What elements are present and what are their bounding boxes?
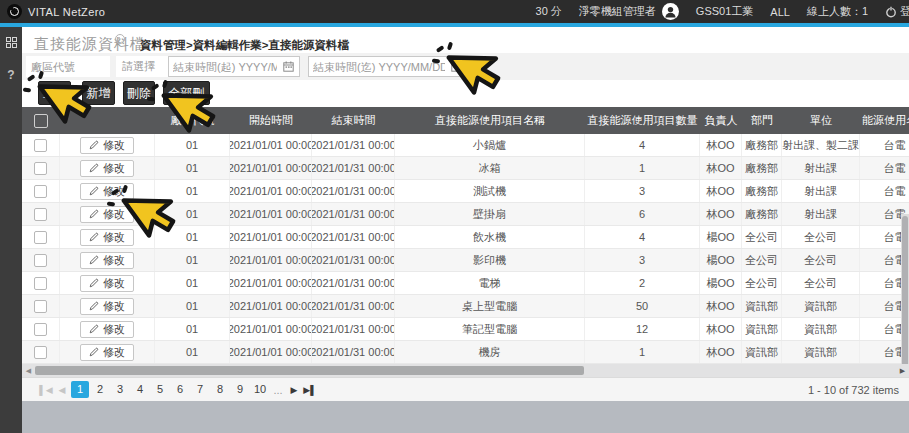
page-button-9[interactable]: 9 bbox=[231, 381, 249, 398]
row-checkbox[interactable] bbox=[34, 323, 47, 336]
select-dropdown[interactable]: 請選擇 bbox=[116, 56, 176, 77]
cell-unit: 全公司 bbox=[782, 272, 860, 294]
page-button-8[interactable]: 8 bbox=[211, 381, 229, 398]
page-button-6[interactable]: 6 bbox=[171, 381, 189, 398]
cell-owner: 楊OO bbox=[700, 249, 742, 271]
row-checkbox[interactable] bbox=[34, 231, 47, 244]
brand-name: VITAL NetZero bbox=[28, 6, 105, 18]
cell-unit: 全公司 bbox=[782, 249, 860, 271]
page-button-1[interactable]: 1 bbox=[71, 381, 89, 398]
calendar-icon[interactable] bbox=[281, 59, 296, 74]
cell-item-qty: 1 bbox=[585, 157, 700, 179]
edit-button[interactable]: 修改 bbox=[80, 252, 134, 269]
table-row: 修改012021/01/01 00:002021/01/31 00:00電梯2楊… bbox=[22, 272, 909, 295]
first-page-button[interactable]: ▌◀ bbox=[38, 385, 54, 395]
col-header-owner[interactable]: 負責人 bbox=[700, 107, 742, 134]
cell-item-qty: 3 bbox=[585, 249, 700, 271]
end-time-from-input[interactable] bbox=[169, 61, 281, 73]
cell-owner: 林OO bbox=[700, 134, 742, 156]
edit-button[interactable]: 修改 bbox=[80, 298, 134, 315]
select-all-checkbox[interactable] bbox=[34, 114, 48, 128]
calendar-icon[interactable] bbox=[449, 59, 464, 74]
row-checkbox[interactable] bbox=[34, 208, 47, 221]
col-header-unit[interactable]: 單位 bbox=[782, 107, 860, 134]
pager-ellipsis[interactable]: ... bbox=[270, 384, 286, 396]
edit-button[interactable]: 修改 bbox=[80, 321, 134, 338]
col-header-start-time[interactable]: 開始時間 bbox=[230, 107, 312, 134]
edit-button-label: 修改 bbox=[103, 184, 125, 199]
help-icon[interactable]: ? bbox=[0, 68, 22, 82]
scope-selector[interactable]: ALL bbox=[770, 6, 790, 18]
row-checkbox[interactable] bbox=[34, 162, 47, 175]
plant-code-input[interactable] bbox=[26, 56, 110, 77]
org-name[interactable]: GSS01工業 bbox=[696, 4, 753, 19]
horizontal-scrollbar-thumb[interactable] bbox=[35, 366, 584, 375]
edit-button[interactable]: 修改 bbox=[80, 160, 134, 177]
search-button[interactable]: 查詢 bbox=[38, 81, 71, 105]
cell-code: 01 bbox=[155, 203, 230, 225]
end-time-to-input[interactable] bbox=[309, 61, 449, 73]
edit-button[interactable]: 修改 bbox=[80, 183, 134, 200]
apps-menu-icon[interactable] bbox=[6, 37, 17, 48]
cell-end-time: 2021/01/31 00:00 bbox=[312, 295, 395, 317]
user-avatar-icon[interactable] bbox=[662, 3, 679, 20]
cell-code: 01 bbox=[155, 134, 230, 156]
logout-button[interactable]: 登出 bbox=[885, 4, 909, 19]
col-header-dept[interactable]: 部門 bbox=[742, 107, 782, 134]
delete-button[interactable]: 刪除 bbox=[123, 81, 155, 105]
row-checkbox[interactable] bbox=[34, 277, 47, 290]
action-toolbar: 查詢 新增 刪除 全部刪除 bbox=[22, 80, 909, 107]
edit-button[interactable]: 修改 bbox=[80, 229, 134, 246]
page-info-icon[interactable] bbox=[115, 34, 125, 44]
cell-dept: 全公司 bbox=[742, 249, 782, 271]
edit-button[interactable]: 修改 bbox=[80, 344, 134, 361]
last-page-button[interactable]: ▶▌ bbox=[302, 385, 318, 395]
cell-dept: 廠務部 bbox=[742, 157, 782, 179]
edit-button[interactable]: 修改 bbox=[80, 206, 134, 223]
page-button-3[interactable]: 3 bbox=[111, 381, 129, 398]
horizontal-scrollbar-track[interactable] bbox=[35, 364, 896, 377]
row-checkbox[interactable] bbox=[34, 139, 47, 152]
col-header-item-qty[interactable]: 直接能源使用項目數量 bbox=[585, 107, 700, 134]
power-icon bbox=[885, 6, 897, 18]
cell-code: 01 bbox=[155, 272, 230, 294]
scroll-left-icon[interactable]: ◀ bbox=[22, 364, 35, 377]
row-checkbox[interactable] bbox=[34, 300, 47, 313]
vertical-scrollbar[interactable] bbox=[901, 214, 909, 364]
breadcrumb[interactable]: 資料管理>資料編輯作業>直接能源資料檔 bbox=[140, 38, 349, 53]
page-button-4[interactable]: 4 bbox=[131, 381, 149, 398]
page-button-5[interactable]: 5 bbox=[151, 381, 169, 398]
add-button[interactable]: 新增 bbox=[82, 81, 115, 105]
pencil-icon bbox=[89, 140, 99, 150]
col-header-code[interactable]: 廠區代號 bbox=[155, 107, 230, 134]
cell-energy-name: 台電 bbox=[860, 157, 909, 179]
pencil-icon bbox=[89, 301, 99, 311]
row-checkbox[interactable] bbox=[34, 346, 47, 359]
row-checkbox[interactable] bbox=[34, 185, 47, 198]
cell-owner: 楊OO bbox=[700, 272, 742, 294]
cell-unit: 資訊部 bbox=[782, 341, 860, 363]
edit-button-label: 修改 bbox=[103, 276, 125, 291]
col-header-energy-name[interactable]: 能源使用名稱 bbox=[860, 107, 909, 134]
scroll-right-icon[interactable]: ▶ bbox=[896, 364, 909, 377]
page-button-10[interactable]: 10 bbox=[251, 381, 269, 398]
row-checkbox[interactable] bbox=[34, 254, 47, 267]
edit-button[interactable]: 修改 bbox=[80, 275, 134, 292]
page-button-7[interactable]: 7 bbox=[191, 381, 209, 398]
edit-button[interactable]: 修改 bbox=[80, 137, 134, 154]
col-header-item-name[interactable]: 直接能源使用項目名稱 bbox=[395, 107, 585, 134]
delete-all-button[interactable]: 全部刪除 bbox=[163, 81, 210, 105]
prev-page-button[interactable]: ◀ bbox=[54, 385, 70, 395]
next-page-button[interactable]: ▶ bbox=[286, 385, 302, 395]
col-header-end-time[interactable]: 結束時間 bbox=[312, 107, 395, 134]
user-name: 淨零機組管理者 bbox=[579, 4, 656, 19]
online-count: 線上人數：1 bbox=[807, 4, 868, 19]
vertical-scrollbar-thumb[interactable] bbox=[902, 216, 908, 364]
cell-owner: 楊OO bbox=[700, 226, 742, 248]
cell-start-time: 2021/01/01 00:00 bbox=[230, 180, 312, 202]
pencil-icon bbox=[89, 163, 99, 173]
page-button-2[interactable]: 2 bbox=[91, 381, 109, 398]
edit-button-label: 修改 bbox=[103, 230, 125, 245]
horizontal-scrollbar[interactable]: ◀ ▶ bbox=[22, 364, 909, 377]
cell-unit: 射出課 bbox=[782, 203, 860, 225]
